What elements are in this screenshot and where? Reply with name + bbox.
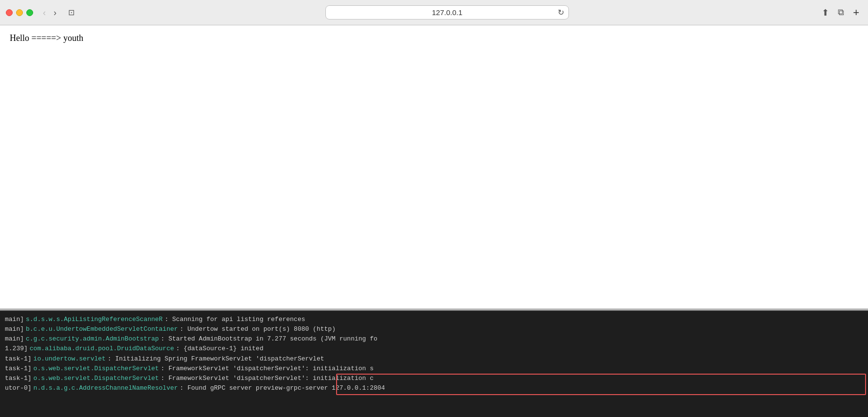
log-message: : Initializing Spring FrameworkServlet '…: [108, 354, 324, 364]
log-class-name: o.s.web.servlet.DispatcherServlet: [34, 364, 159, 374]
log-prefix: 1.239]: [5, 344, 28, 354]
log-message: : FrameworkServlet 'dispatcherServlet': …: [161, 374, 374, 383]
log-class-name: io.undertow.servlet: [34, 354, 106, 364]
minimize-button[interactable]: [16, 9, 23, 16]
forward-button[interactable]: ›: [51, 7, 59, 18]
log-class-name: b.c.e.u.UndertowEmbeddedServletContainer: [26, 324, 178, 334]
browser-chrome: ‹ › ⊡ ↻ ⬆ ⧉ +: [0, 0, 868, 25]
log-prefix: main]: [5, 315, 24, 324]
new-tab-button[interactable]: +: [850, 5, 862, 20]
log-message: : Started AdminBootstrap in 7.277 second…: [161, 334, 377, 344]
log-line: main] b.c.e.u.UndertowEmbeddedServletCon…: [5, 324, 863, 334]
close-button[interactable]: [6, 9, 13, 16]
sidebar-toggle-button[interactable]: ⊡: [65, 6, 77, 19]
log-class-name: s.d.s.w.s.ApiListingReferenceScanneR: [26, 315, 163, 324]
log-message: : Undertow started on port(s) 8080 (http…: [180, 324, 336, 334]
log-class-name: c.g.c.security.admin.AdminBootstrap: [26, 334, 159, 344]
log-class-name: n.d.s.a.g.c.AddressChannelNameResolver: [34, 383, 178, 393]
address-bar-wrapper: ↻: [325, 5, 569, 19]
log-message: : FrameworkServlet 'dispatcherServlet': …: [161, 364, 374, 374]
terminal-area: main] s.d.s.w.s.ApiListingReferenceScann…: [0, 310, 868, 417]
log-line: task-1] io.undertow.servlet : Initializi…: [5, 354, 863, 364]
address-bar[interactable]: [325, 5, 569, 19]
maximize-button[interactable]: [26, 9, 33, 16]
log-prefix: task-1]: [5, 354, 32, 364]
share-icon: ⬆: [822, 8, 829, 18]
browser-content: Hello =====> youth main] s.d.s.w.s.ApiLi…: [0, 25, 868, 417]
log-prefix: utor-0]: [5, 383, 32, 393]
log-prefix: main]: [5, 324, 24, 334]
traffic-lights: [6, 9, 33, 16]
log-message: : Scanning for api listing references: [165, 315, 305, 324]
reload-icon: ↻: [558, 8, 564, 17]
toolbar-right: ⬆ ⧉ +: [819, 5, 862, 20]
log-line: utor-0] n.d.s.a.g.c.AddressChannelNameRe…: [5, 383, 863, 393]
log-prefix: task-1]: [5, 374, 32, 383]
duplicate-icon: ⧉: [838, 7, 844, 17]
log-line: task-1] o.s.web.servlet.DispatcherServle…: [5, 374, 863, 383]
new-tab-icon: +: [853, 6, 859, 19]
log-line: main] s.d.s.w.s.ApiListingReferenceScann…: [5, 315, 863, 324]
log-class-name: o.s.web.servlet.DispatcherServlet: [34, 374, 159, 383]
address-bar-container: ↻: [83, 5, 811, 19]
reload-button[interactable]: ↻: [558, 8, 564, 17]
log-line: task-1] o.s.web.servlet.DispatcherServle…: [5, 364, 863, 374]
log-prefix: task-1]: [5, 364, 32, 374]
back-button[interactable]: ‹: [40, 7, 49, 18]
log-line: main] c.g.c.security.admin.AdminBootstra…: [5, 334, 863, 344]
page-greeting: Hello =====> youth: [10, 33, 858, 43]
sidebar-icon: ⊡: [68, 8, 75, 17]
share-button[interactable]: ⬆: [819, 5, 832, 20]
log-line: 1.239] com.alibaba.druid.pool.DruidDataS…: [5, 344, 863, 354]
duplicate-tab-button[interactable]: ⧉: [835, 5, 847, 19]
log-class-name: com.alibaba.druid.pool.DruidDataSource: [30, 344, 174, 354]
log-message: : {dataSource-1} inited: [176, 344, 263, 354]
nav-buttons: ‹ ›: [40, 7, 59, 18]
terminal-content: main] s.d.s.w.s.ApiListingReferenceScann…: [0, 311, 868, 397]
log-message: : Found gRPC server preview-grpc-server …: [180, 383, 385, 393]
log-prefix: main]: [5, 334, 24, 344]
webpage-area: Hello =====> youth: [0, 25, 868, 308]
